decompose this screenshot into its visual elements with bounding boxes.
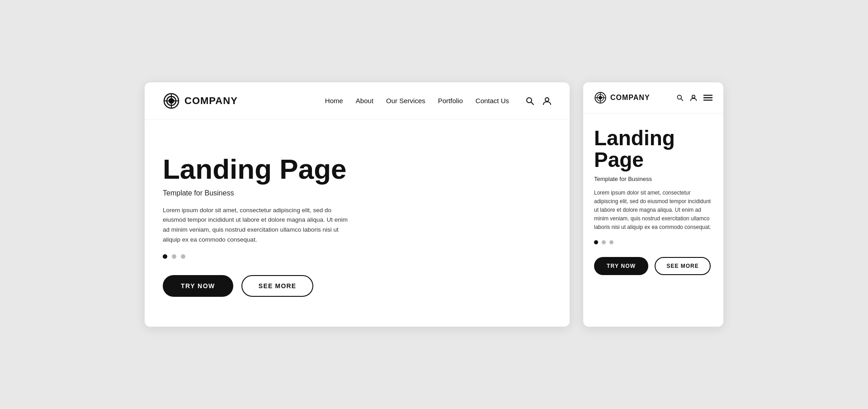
- nav-item-portfolio[interactable]: Portfolio: [438, 97, 463, 105]
- svg-line-6: [531, 102, 534, 105]
- mobile-hero-body: Lorem ipsum dolor sit amet, consectetur …: [594, 189, 712, 232]
- hero-section: Landing Page Template for Business Lorem…: [145, 120, 570, 327]
- mobile-see-more-button[interactable]: SEE MORE: [655, 257, 710, 275]
- mobile-logo-text: COMPANY: [610, 94, 650, 102]
- logo-text: COMPANY: [184, 95, 238, 107]
- nav-links: Home About Our Services Portfolio Contac…: [325, 97, 509, 105]
- hero-title: Landing Page: [163, 154, 552, 185]
- logo: COMPANY: [163, 92, 238, 109]
- nav-link-portfolio[interactable]: Portfolio: [438, 97, 463, 105]
- mobile-dot-3[interactable]: [609, 240, 613, 244]
- mobile-nav-icons: [676, 94, 712, 101]
- hero-subtitle: Template for Business: [163, 189, 552, 197]
- see-more-button[interactable]: SEE MORE: [241, 275, 314, 297]
- mobile-hero-title: Landing Page: [594, 127, 712, 171]
- nav-icons: [525, 96, 552, 105]
- nav-item-contact[interactable]: Contact Us: [476, 97, 509, 105]
- logo-icon: [163, 92, 180, 109]
- search-button[interactable]: [525, 96, 534, 105]
- mobile-dot-1[interactable]: [594, 240, 598, 244]
- dot-1[interactable]: [163, 254, 167, 259]
- mobile-dot-2[interactable]: [602, 240, 606, 244]
- mobile-logo: COMPANY: [594, 91, 672, 104]
- mobile-navbar: COMPANY: [583, 82, 723, 114]
- search-icon: [525, 96, 534, 105]
- mobile-search-icon: [676, 94, 684, 101]
- dot-3[interactable]: [181, 254, 185, 259]
- mobile-search-button[interactable]: [676, 94, 684, 101]
- mobile-hero-subtitle: Template for Business: [594, 176, 712, 182]
- dot-indicators: [163, 254, 552, 259]
- account-button[interactable]: [542, 96, 552, 105]
- hamburger-icon: [703, 94, 712, 101]
- mobile-try-now-button[interactable]: TRY NOW: [594, 257, 648, 275]
- mobile-account-icon: [690, 94, 697, 101]
- svg-point-15: [692, 95, 695, 98]
- navbar: COMPANY Home About Our Services Portfoli…: [145, 82, 570, 120]
- mobile-dot-indicators: [594, 240, 712, 244]
- nav-link-contact[interactable]: Contact Us: [476, 97, 509, 105]
- try-now-button[interactable]: TRY NOW: [163, 275, 233, 297]
- nav-item-about[interactable]: About: [356, 97, 373, 105]
- mobile-hero-section: Landing Page Template for Business Lorem…: [583, 114, 723, 327]
- nav-item-home[interactable]: Home: [325, 97, 343, 105]
- nav-link-about[interactable]: About: [356, 97, 373, 105]
- svg-point-7: [545, 98, 549, 101]
- hero-buttons: TRY NOW SEE MORE: [163, 275, 552, 297]
- mobile-menu-button[interactable]: [703, 94, 712, 101]
- dot-2[interactable]: [172, 254, 176, 259]
- nav-link-services[interactable]: Our Services: [386, 97, 425, 105]
- nav-link-home[interactable]: Home: [325, 97, 343, 105]
- hero-body: Lorem ipsum dolor sit amet, consectetur …: [163, 205, 353, 244]
- page-wrapper: COMPANY Home About Our Services Portfoli…: [50, 82, 818, 327]
- svg-line-14: [681, 99, 683, 100]
- desktop-card: COMPANY Home About Our Services Portfoli…: [145, 82, 570, 327]
- mobile-hero-buttons: TRY NOW SEE MORE: [594, 257, 712, 275]
- mobile-card: COMPANY: [583, 82, 723, 327]
- account-icon: [542, 96, 552, 105]
- mobile-account-button[interactable]: [690, 94, 697, 101]
- nav-item-services[interactable]: Our Services: [386, 97, 425, 105]
- mobile-logo-icon: [594, 91, 607, 104]
